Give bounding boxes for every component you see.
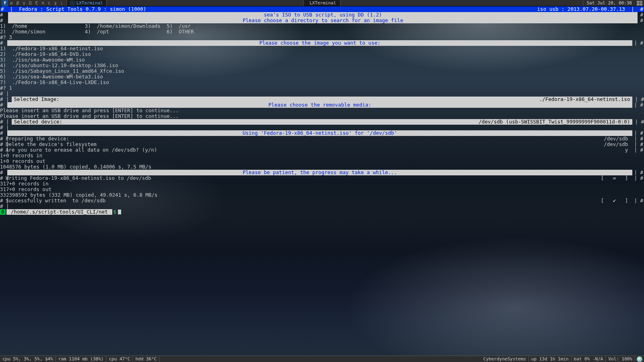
wm-tag[interactable]: ς	[46, 0, 52, 6]
iso-prompt: #? 1	[0, 85, 644, 91]
prep-value: /dev/sdb	[604, 136, 628, 142]
stat-host: CyberdyneSystems	[481, 356, 529, 362]
wm-tagset: f α β γ Ω ξ π ς χ ;	[0, 0, 66, 6]
wm-tag[interactable]: β	[15, 0, 21, 6]
usb-prompt-line: Please insert an USB drive and press [EN…	[0, 108, 644, 113]
selected-image-row: # | Selected Image: ./Fedora-19-x86_64-n…	[0, 97, 644, 102]
wm-tag[interactable]: χ	[52, 0, 58, 6]
banner-text: sea's ISO to USB script, using DD (1.2)	[8, 12, 638, 18]
task-title: LXTerminal	[310, 0, 336, 6]
iso-list-item: 1) ./Fedora-19-x86_64-netinst.iso	[0, 46, 644, 51]
stat-volume: Vol: 100%	[606, 356, 635, 362]
hash-row: # | Please be patient, the progress may …	[0, 170, 644, 175]
usb-prompt-line: Please insert an USB drive and press [EN…	[0, 113, 644, 119]
hash-row: # | Please choose the removable media: |…	[0, 102, 644, 108]
stat-cpu-temp: cpu 47°C	[106, 356, 133, 362]
fedora-menu-icon[interactable]: f	[2, 0, 8, 6]
wm-bottom-bar: cpu 5%, 3%, 5%, $4% ram 1104 mb (38%) cp…	[0, 356, 644, 362]
dir-menu-row: 2) /home/simon 4) /opt 6) OTHER	[0, 29, 644, 35]
task-title: LXTerminal	[76, 0, 103, 6]
script-titlebar: # | Fedora : Script Tools 0.7.9 : simon …	[0, 6, 644, 12]
prep-label: Delete the device's filesystem	[6, 142, 97, 147]
wm-tag[interactable]: Ω	[27, 0, 33, 6]
iso-list-item: 2) ./Fedora-19-x86_64-DVD.iso	[0, 51, 644, 57]
wm-tag[interactable]: π	[40, 0, 46, 6]
cwd-segment: /home/.s/script-tools/UI_CLI/net	[6, 209, 113, 215]
spacer-line: # |	[0, 91, 644, 97]
banner: Using 'Fedora-19-x86_64-netinst.iso' for…	[7, 130, 632, 136]
hash-row: # | Please choose the image you want to …	[0, 40, 644, 46]
writing-label: Writing Fedora-19-x86_64-netinst.iso to …	[6, 175, 151, 181]
hash-row: # Please choose a directory to search fo…	[0, 18, 644, 23]
shell-prompt[interactable]: 0 /home/.s/script-tools/UI_CLI/net $	[0, 209, 644, 215]
banner-text: Using 'Fedora-19-x86_64-netinst.iso' for…	[7, 130, 632, 136]
banner-text: Please choose a directory to search for …	[8, 18, 638, 23]
selected-image-value: ./Fedora-19-x86_64-netinst.iso	[539, 97, 630, 102]
progress-icon: [ ∞ ]	[601, 175, 628, 181]
selected-device-label: Selected device:	[14, 119, 62, 125]
wm-tag[interactable]: ξ	[34, 0, 40, 6]
spacer-line: # |	[0, 125, 644, 130]
stat-uptime: up 13d 1h 1min	[529, 356, 572, 362]
exit-code-badge: 0	[0, 209, 6, 215]
hash-row: # sea's ISO to USB script, using DD (1.2…	[0, 12, 644, 18]
wm-clock: Sat Jul 20, 00:38	[583, 0, 635, 6]
selected-device-row: # | Selected device: /dev/sdb (usb-SWISS…	[0, 119, 644, 125]
prep-row: # | Delete the device's filesystem /dev/…	[0, 142, 644, 147]
prep-label: Are you sure to erease all data on /dev/…	[6, 147, 157, 153]
dd-output: 317+0 records out	[0, 187, 644, 192]
dd-output: 317+0 records in	[0, 181, 644, 187]
check-icon: [ ✔ ]	[601, 197, 628, 204]
stat-cpu: cpu 5%, 3%, 5%, $4%	[0, 356, 56, 362]
prep-row: # | Are you sure to erease all data on /…	[0, 147, 644, 153]
iso-list-item: 7) ./Fedora-16-x86_64-Live-LXDE.iso	[0, 80, 644, 85]
banner-text: Please choose the image you want to use:	[7, 40, 632, 46]
dir-menu-prompt: #? 3	[0, 35, 644, 40]
spacer-line: # |	[0, 204, 644, 209]
tray-globe-icon[interactable]	[637, 356, 642, 362]
prep-value: /dev/sdb	[604, 141, 628, 147]
banner: sea's ISO to USB script, using DD (1.2)	[8, 12, 638, 18]
selected-image-label: Selected Image:	[14, 97, 60, 102]
dir-menu-row: 1) /home 3) /home/simon/Downloads 5) /us…	[0, 23, 644, 29]
iso-list-item: 6) ./iso/sea-Awesome-WM-beta3.iso	[0, 74, 644, 80]
stat-ram: ram 1104 mb (38%)	[56, 356, 107, 362]
selected-device-value: /dev/sdb (usb-SWISSBIT_Twist_99999999F90…	[479, 119, 630, 125]
terminal-viewport[interactable]: # | Fedora : Script Tools 0.7.9 : simon …	[0, 6, 644, 356]
banner-text: Please be patient, the progress may take…	[7, 170, 632, 175]
wm-top-bar: f α β γ Ω ξ π ς χ ; LXTerminal LXTermina…	[0, 0, 644, 6]
writing-row: # | Writing Fedora-19-x86_64-netinst.iso…	[0, 175, 644, 181]
stat-battery: bat 0% -N/A	[572, 356, 606, 362]
wm-tag[interactable]: α	[8, 0, 14, 6]
taskbar-active-window[interactable]: LXTerminal	[66, 0, 107, 6]
prep-confirm: y	[625, 147, 628, 153]
banner-text: Please choose the removable media:	[7, 102, 632, 108]
iso-list-item: 3) ./iso/sea-Awesome-WM.iso	[0, 57, 644, 63]
dd-output: 332398592 bytes (332 MB) copied, 49.0241…	[0, 192, 644, 198]
success-row: # | Successfully written to /dev/sdb [ ✔…	[0, 198, 644, 204]
dd-output: 1+0 records in	[0, 153, 644, 158]
prompt-symbol: $	[113, 209, 116, 215]
prep-label: Preparing the device:	[6, 136, 69, 142]
prep-row: # | Preparing the device: /dev/sdb | #	[0, 136, 644, 142]
layout-icon[interactable]	[637, 1, 642, 6]
iso-list-item: 4) ./iso/ubuntu-12.10-desktop-i386.iso	[0, 63, 644, 68]
terminal-icon	[70, 1, 75, 6]
stat-hdd-temp: hdd 36°C	[133, 356, 159, 362]
hash-row: # | Using 'Fedora-19-x86_64-netinst.iso'…	[0, 130, 644, 136]
banner: Please choose the removable media:	[7, 102, 632, 108]
wm-tag[interactable]: ;	[59, 0, 65, 6]
wm-tag[interactable]: γ	[21, 0, 27, 6]
taskbar-center-window[interactable]: LXTerminal	[303, 0, 341, 6]
banner: Please choose the image you want to use:	[7, 40, 632, 46]
dd-output: 1+0 records out	[0, 158, 644, 164]
success-text: Successfully written to /dev/sdb	[6, 198, 105, 204]
banner: Please be patient, the progress may take…	[7, 170, 632, 175]
cursor-block	[118, 210, 121, 214]
banner: Please choose a directory to search for …	[8, 18, 638, 23]
dd-output: 1048576 bytes (1.0 MB) copied, 0.14006 s…	[0, 164, 644, 170]
iso-list-item: 5) ./iso/Sabayon_Linux_11_amd64_Xfce.iso	[0, 68, 644, 74]
